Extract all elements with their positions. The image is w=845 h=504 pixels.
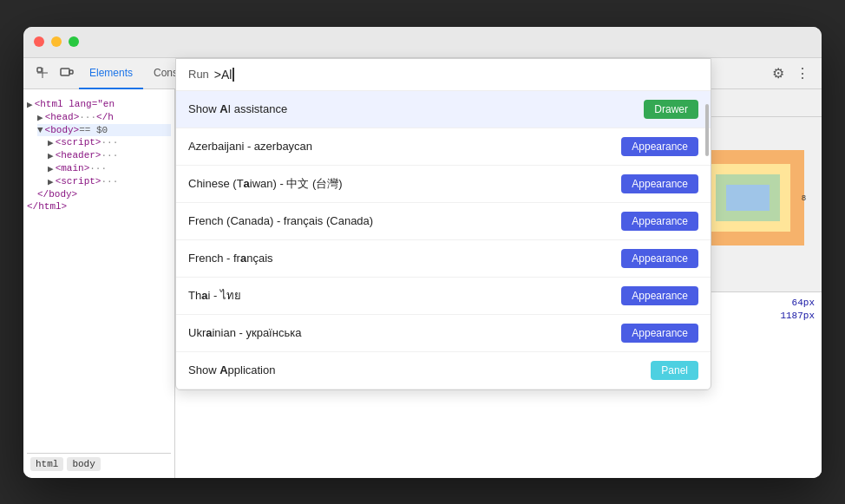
dom-line-script1[interactable]: ▶ <script> ··· [48,136,171,149]
settings-icon[interactable]: ⚙ [766,61,790,85]
dom-line-body-close: </body> [37,188,171,200]
cmd-item-ukrainian[interactable]: Ukrainian - українська Appearance [176,315,711,352]
appearance-button[interactable]: Appearance [621,212,698,231]
breadcrumb-html[interactable]: html [30,457,63,471]
box-model-content [726,185,770,211]
panel-button[interactable]: Panel [651,361,698,380]
cmd-item-label: Ukrainian - українська [188,326,301,339]
cmd-item-label: Show Application [188,363,275,376]
svg-rect-0 [37,68,42,72]
cmd-item-french-canada[interactable]: French (Canada) - français (Canada) Appe… [176,203,711,240]
svg-rect-4 [69,70,73,74]
svg-rect-3 [61,69,69,75]
dom-panel: ▶ <html lang="en ▶ <head> ··· </h ▼ <bod… [23,89,175,478]
drawer-button[interactable]: Drawer [644,100,698,119]
cmd-item-thai[interactable]: Thai - ไทย Appearance [176,278,711,315]
cmd-item-show-application[interactable]: Show Application Panel [176,352,711,389]
cmd-item-label: French - français [188,252,273,265]
dom-line-main[interactable]: ▶ <main> ··· [48,162,171,175]
appearance-button[interactable]: Appearance [621,324,698,343]
box-model-number: 8 [802,193,806,202]
inspect-element-icon[interactable] [30,61,55,85]
appearance-button[interactable]: Appearance [621,174,698,193]
title-bar [23,27,822,58]
devtools-window: Elements Console Sources Network Perform… [23,27,822,478]
cmd-item-label: Thai - ไทย [188,286,241,304]
command-palette: Run >Al Show AI assistance Drawer Azerba… [175,89,711,390]
close-button[interactable] [34,36,44,47]
minimize-button[interactable] [51,36,62,47]
cmd-item-label: Show AI assistance [188,102,287,115]
cmd-item-azerbaijani[interactable]: Azerbaijani - azerbaycan Appearance [176,128,711,166]
dom-breadcrumb: html body [27,453,171,471]
cmd-item-label: French (Canada) - français (Canada) [188,214,373,227]
cmd-item-chinese-taiwan[interactable]: Chinese (Taiwan) - 中文 (台灣) Appearance [176,166,711,203]
device-toolbar-icon[interactable] [55,61,79,85]
dom-line-html[interactable]: ▶ <html lang="en [27,98,171,111]
dom-line-html-close: </html> [27,200,171,213]
cmd-scrollbar[interactable] [705,104,709,156]
maximize-button[interactable] [69,36,79,47]
dom-line-body[interactable]: ▼ <body> == $0 [37,124,171,136]
cmd-item-label: Chinese (Taiwan) - 中文 (台灣) [188,176,343,192]
appearance-button[interactable]: Appearance [621,249,698,268]
box-model-padding [716,174,780,221]
cmd-item-label: Azerbaijani - azerbaycan [188,140,312,153]
box-model-border [705,164,790,232]
appearance-button[interactable]: Appearance [621,137,698,156]
dom-line-script2[interactable]: ▶ <script> ··· [48,175,171,188]
more-options-icon[interactable]: ⋮ [790,61,815,85]
cmd-item-ai-assistance[interactable]: Show AI assistance Drawer [176,91,711,128]
breadcrumb-body[interactable]: body [67,457,100,471]
cmd-item-french[interactable]: French - français Appearance [176,240,711,278]
appearance-button[interactable]: Appearance [621,286,698,305]
dom-line-head[interactable]: ▶ <head> ··· </h [37,111,171,124]
dom-line-header[interactable]: ▶ <header> ··· [48,149,171,162]
devtools-body: ▶ <html lang="en ▶ <head> ··· </h ▼ <bod… [23,89,822,478]
tab-elements[interactable]: Elements [79,58,143,89]
